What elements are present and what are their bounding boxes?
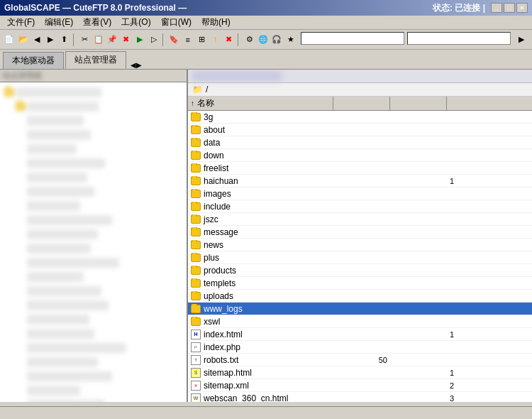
menu-tools[interactable]: 工具(O) xyxy=(117,16,155,29)
file-row[interactable]: include xyxy=(188,200,532,213)
file-row[interactable]: message xyxy=(188,226,532,239)
file-name-cell: message xyxy=(188,227,333,237)
file-row[interactable]: T robots.txt 50 xyxy=(188,354,532,366)
file-name-cell: data xyxy=(188,138,333,148)
tb-detail[interactable]: ⊞ xyxy=(195,32,208,48)
tb-headset[interactable]: 🎧 xyxy=(270,32,283,48)
file-row[interactable]: P index.php xyxy=(188,341,532,354)
blurred-label xyxy=(27,187,94,197)
close-button[interactable]: × xyxy=(516,3,528,13)
col-header-modified[interactable] xyxy=(447,97,532,110)
file-row[interactable]: uploads xyxy=(188,290,532,303)
file-row[interactable]: down xyxy=(188,149,532,162)
tb-refresh[interactable]: ▶ xyxy=(133,32,146,48)
tree-item[interactable] xyxy=(26,156,184,170)
file-row[interactable]: jszc xyxy=(188,213,532,226)
local-address-input[interactable] xyxy=(301,32,404,45)
tb-bookmark[interactable]: 🔖 xyxy=(167,32,180,48)
file-row[interactable]: xswl xyxy=(188,315,532,328)
tree-item[interactable] xyxy=(26,185,184,199)
col-header-type[interactable] xyxy=(390,97,447,110)
tb-forward[interactable]: ▶ xyxy=(44,32,57,48)
tree-item[interactable] xyxy=(26,327,184,341)
tree-item[interactable] xyxy=(26,398,184,402)
remote-path-bar xyxy=(188,70,532,83)
menu-edit[interactable]: 编辑(E) xyxy=(40,16,77,29)
tab-next[interactable]: ▶ xyxy=(136,61,142,69)
tab-site-manager[interactable]: 站点管理器 xyxy=(65,51,126,69)
remote-address-input[interactable] xyxy=(407,32,511,45)
tb-delete[interactable]: ✖ xyxy=(223,32,235,48)
tb-new[interactable]: 📄 xyxy=(3,32,16,48)
file-name-text: images xyxy=(204,189,231,199)
tree-item[interactable] xyxy=(26,383,184,398)
file-row[interactable]: templets xyxy=(188,277,532,290)
file-row[interactable]: products xyxy=(188,264,532,277)
file-row[interactable]: haichuan 1 xyxy=(188,175,532,187)
file-row[interactable]: images xyxy=(188,187,532,200)
sort-indicator: ↑ xyxy=(191,99,194,107)
tree-item[interactable] xyxy=(26,142,184,156)
tb-list[interactable]: ≡ xyxy=(181,32,194,48)
tree-item[interactable] xyxy=(26,256,184,270)
tree-item[interactable] xyxy=(26,241,184,256)
tb-go[interactable]: ▶ xyxy=(514,32,529,48)
tb-open[interactable]: 📂 xyxy=(16,32,29,48)
file-row[interactable]: about xyxy=(188,124,532,136)
tree-item[interactable] xyxy=(26,170,184,185)
tree-item[interactable] xyxy=(14,99,184,114)
tb-settings[interactable]: ⚙ xyxy=(243,32,255,48)
tree-item[interactable] xyxy=(3,85,184,99)
file-name-cell: jszc xyxy=(188,214,333,224)
minimize-button[interactable]: _ xyxy=(491,3,502,13)
menu-view[interactable]: 查看(V) xyxy=(79,16,116,29)
sep3 xyxy=(238,33,240,46)
tb-arrow[interactable]: ▷ xyxy=(147,32,160,48)
maximize-button[interactable]: □ xyxy=(504,3,515,13)
tb-copy[interactable]: 📋 xyxy=(92,32,105,48)
file-row[interactable]: news xyxy=(188,239,532,251)
tree-item[interactable] xyxy=(26,355,184,369)
file-row[interactable]: plus xyxy=(188,251,532,264)
file-modified-cell: 1 xyxy=(447,369,532,377)
tree-item[interactable] xyxy=(26,369,184,383)
menu-file[interactable]: 文件(F) xyxy=(3,16,39,29)
file-name-text: webscan_360_cn.html xyxy=(204,393,288,403)
file-row[interactable]: 3g xyxy=(188,111,532,124)
col-header-name[interactable]: ↑ 名称 xyxy=(188,97,333,110)
tree-item[interactable] xyxy=(26,213,184,227)
file-name-cell: H index.html xyxy=(188,330,333,339)
file-row[interactable]: H index.html 1 xyxy=(188,328,532,341)
file-row[interactable]: X sitemap.xml 2 xyxy=(188,379,532,392)
file-row[interactable]: www_logs xyxy=(188,303,532,315)
file-name-cell: freelist xyxy=(188,163,333,173)
tb-back[interactable]: ◀ xyxy=(31,32,43,48)
tree-item[interactable] xyxy=(26,341,184,355)
tree-item[interactable] xyxy=(26,284,184,298)
tab-prev[interactable]: ◀ xyxy=(131,61,136,69)
tb-warn[interactable]: ! xyxy=(209,32,221,48)
tree-item[interactable] xyxy=(26,227,184,241)
tree-item[interactable] xyxy=(26,298,184,312)
tab-local-drive[interactable]: 本地驱动器 xyxy=(3,52,64,69)
col-header-size[interactable] xyxy=(333,97,390,110)
tb-up[interactable]: ⬆ xyxy=(58,32,71,48)
tb-cut[interactable]: ✂ xyxy=(78,32,91,48)
file-row[interactable]: data xyxy=(188,136,532,149)
file-row[interactable]: W webscan_360_cn.html 3 xyxy=(188,392,532,402)
tb-star[interactable]: ★ xyxy=(284,32,297,48)
file-row[interactable]: freelist xyxy=(188,162,532,175)
tree-item[interactable] xyxy=(26,312,184,327)
status-bar xyxy=(0,406,532,419)
blurred-label xyxy=(27,229,98,239)
menu-help[interactable]: 帮助(H) xyxy=(197,16,235,29)
tree-item[interactable] xyxy=(26,199,184,213)
menu-window[interactable]: 窗口(W) xyxy=(157,16,196,29)
tb-stop[interactable]: ✖ xyxy=(120,32,133,48)
tb-paste[interactable]: 📌 xyxy=(106,32,118,48)
tree-item[interactable] xyxy=(26,114,184,128)
tree-item[interactable] xyxy=(26,270,184,284)
tb-globe[interactable]: 🌐 xyxy=(257,32,270,48)
tree-item[interactable] xyxy=(26,128,184,142)
file-row[interactable]: S sitemap.html 1 xyxy=(188,366,532,379)
